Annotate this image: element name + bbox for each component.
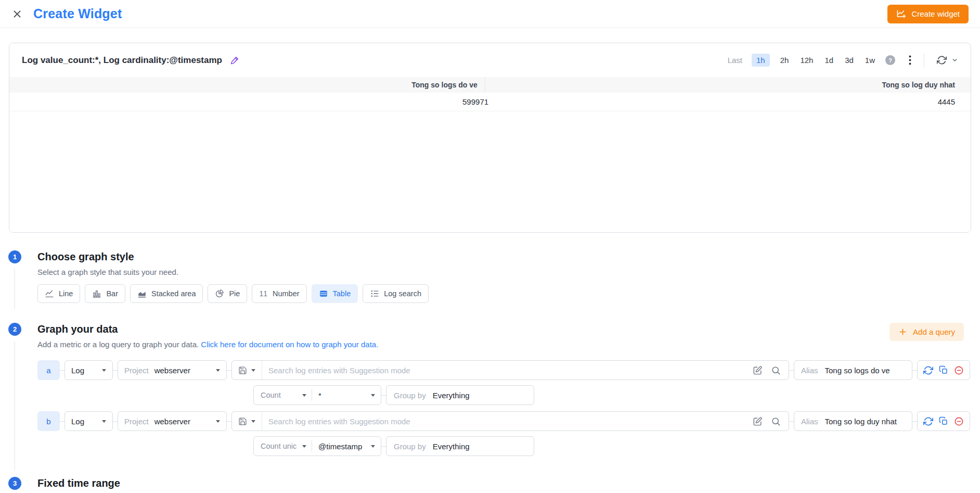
table-icon <box>319 289 328 298</box>
query-letter-badge[interactable]: b <box>37 411 60 431</box>
minus-circle-icon <box>954 416 964 426</box>
graph-style-bar[interactable]: Bar <box>85 284 125 303</box>
graph-style-table[interactable]: Table <box>312 284 358 303</box>
advanced-edit-button[interactable] <box>753 365 763 375</box>
alias-input[interactable] <box>824 416 905 426</box>
refresh-button[interactable] <box>937 55 947 65</box>
time-chip-12h[interactable]: 12h <box>799 54 814 67</box>
refresh-control <box>937 55 958 65</box>
project-label: Project <box>124 366 149 375</box>
search-button[interactable] <box>771 365 781 375</box>
agg-function-value: Count unic <box>261 442 302 450</box>
duplicate-query-button[interactable] <box>939 365 948 375</box>
query-agg-row-a: Count * Group by Everything <box>253 385 970 405</box>
rerun-query-button[interactable] <box>923 365 933 375</box>
query-type-value: Log <box>71 417 84 426</box>
log-search-bar <box>231 411 789 431</box>
saved-search-dropdown[interactable] <box>232 417 262 426</box>
group-by-select[interactable]: Group by Everything <box>386 385 534 405</box>
time-chip-1d[interactable]: 1d <box>823 54 834 67</box>
table-column-header: Tong so log duy nhat <box>485 77 971 93</box>
rerun-query-button[interactable] <box>923 416 933 426</box>
graph-style-label: Line <box>59 289 73 298</box>
graph-style-log-search[interactable]: Log search <box>363 284 429 303</box>
time-chip-1h[interactable]: 1h <box>752 54 770 67</box>
step2-heading-text: Graph your data Add a metric or a log qu… <box>37 323 378 349</box>
page-header: Create Widget Create widget <box>0 0 980 28</box>
create-widget-label: Create widget <box>911 9 960 18</box>
doc-link[interactable]: Click here for document on how to graph … <box>201 340 378 349</box>
search-icon <box>771 416 781 426</box>
kebab-icon <box>909 55 911 65</box>
step-number-badge: 2 <box>8 323 21 336</box>
connector <box>789 370 794 371</box>
preview-header: Log value_count:*, Log cardinality:@time… <box>9 43 971 77</box>
query-row-b: b Log Project webserver <box>37 411 970 431</box>
project-value: webserver <box>154 366 190 375</box>
plus-icon <box>898 327 907 336</box>
connector <box>113 370 118 371</box>
log-search-input[interactable] <box>262 417 745 426</box>
alias-field: Alias <box>794 411 912 431</box>
graph-style-number[interactable]: 11 Number <box>252 284 306 303</box>
time-chip-3d[interactable]: 3d <box>844 54 855 67</box>
agg-function-select[interactable]: Count unic <box>254 442 312 450</box>
page-title: Create Widget <box>33 6 122 21</box>
steps: 1 Choose graph style Select a graph styl… <box>0 250 980 490</box>
edit-title-button[interactable] <box>230 55 240 65</box>
edit-square-icon <box>753 416 763 426</box>
group-by-value: Everything <box>433 442 470 451</box>
step-subtitle: Select a graph style that suits your nee… <box>37 268 970 276</box>
remove-query-button[interactable] <box>954 365 964 375</box>
query-type-select[interactable]: Log <box>65 360 113 380</box>
widget-preview-panel: Log value_count:*, Log cardinality:@time… <box>9 43 971 233</box>
save-icon <box>238 366 247 375</box>
alias-input[interactable] <box>824 365 905 375</box>
agg-field-select[interactable]: * <box>312 391 381 400</box>
search-button[interactable] <box>771 416 781 426</box>
agg-field-select[interactable]: @timestamp <box>312 442 381 451</box>
add-query-button[interactable]: Add a query <box>889 323 964 341</box>
panel-menu-button[interactable] <box>909 55 911 65</box>
step2-header: Graph your data Add a metric or a log qu… <box>37 323 970 349</box>
alias-label: Alias <box>801 417 818 426</box>
graph-style-pie[interactable]: Pie <box>208 284 247 303</box>
graph-style-line[interactable]: Line <box>37 284 80 303</box>
agg-function-select[interactable]: Count <box>254 391 312 399</box>
edit-square-icon <box>753 365 763 375</box>
query-letter-badge[interactable]: a <box>37 360 60 380</box>
refresh-interval-button[interactable] <box>951 57 958 64</box>
add-query-label: Add a query <box>913 327 955 336</box>
group-by-select[interactable]: Group by Everything <box>386 436 534 456</box>
time-chip-1w[interactable]: 1w <box>864 54 876 67</box>
step-number-badge: 1 <box>8 250 21 263</box>
graph-style-stacked-area[interactable]: Stacked area <box>130 284 203 303</box>
help-icon[interactable]: ? <box>885 55 895 65</box>
connector <box>381 446 386 447</box>
create-widget-button[interactable]: Create widget <box>887 5 969 23</box>
step-title: Choose graph style <box>37 250 970 263</box>
time-chip-2h[interactable]: 2h <box>779 54 790 67</box>
query-actions <box>917 360 970 380</box>
close-icon <box>11 8 23 20</box>
close-button[interactable] <box>11 8 23 20</box>
pencil-icon <box>230 55 240 65</box>
connector <box>912 421 917 422</box>
duplicate-query-button[interactable] <box>939 416 948 426</box>
query-type-select[interactable]: Log <box>65 411 113 431</box>
project-select[interactable]: Project webserver <box>118 411 227 431</box>
alias-label: Alias <box>801 366 818 375</box>
project-select[interactable]: Project webserver <box>118 360 227 380</box>
log-search-input[interactable] <box>262 366 745 375</box>
step-subtitle-text: Add a metric or a log query to graph you… <box>37 340 201 349</box>
caret-down-icon <box>102 420 106 423</box>
remove-query-button[interactable] <box>954 416 964 426</box>
table-cell-value: 4445 <box>496 93 971 111</box>
widget-query-title: Log value_count:*, Log cardinality:@time… <box>22 55 222 66</box>
advanced-edit-button[interactable] <box>753 416 763 426</box>
time-range-last-label: Last <box>728 56 742 65</box>
saved-search-dropdown[interactable] <box>232 366 262 375</box>
caret-down-icon <box>102 369 106 372</box>
table-column-header: Tong so logs do ve <box>9 77 485 93</box>
connector <box>60 370 65 371</box>
